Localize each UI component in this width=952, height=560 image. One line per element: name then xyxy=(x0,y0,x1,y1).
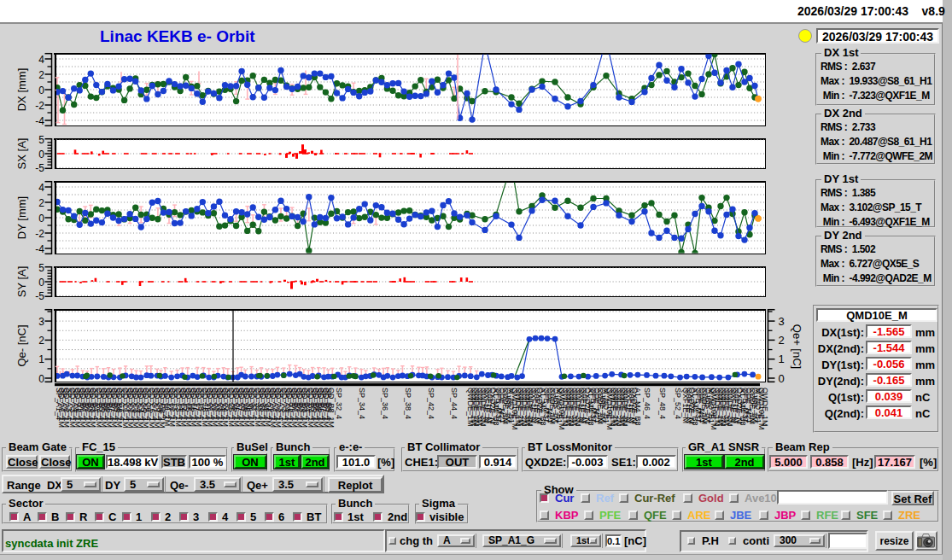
svg-text:2: 2 xyxy=(779,334,785,347)
svg-text:0: 0 xyxy=(779,372,785,385)
svg-text:SP_44_4: SP_44_4 xyxy=(450,388,458,419)
svg-text:2: 2 xyxy=(38,197,44,209)
svg-text:4: 4 xyxy=(38,182,44,194)
svg-text:QD_B8_1M: QD_B8_1M xyxy=(327,388,336,428)
svg-text:0: 0 xyxy=(38,277,44,289)
svg-text:SP_32_4: SP_32_4 xyxy=(335,388,343,419)
svg-text:-4: -4 xyxy=(35,115,44,127)
svg-text:SP_38_4: SP_38_4 xyxy=(404,388,412,419)
svg-text:SP_42_4: SP_42_4 xyxy=(427,388,435,419)
svg-text:5: 5 xyxy=(38,134,44,146)
svg-text:DY [mm]: DY [mm] xyxy=(15,196,28,239)
svg-text:3: 3 xyxy=(38,316,44,328)
svg-text:4: 4 xyxy=(38,54,44,66)
svg-text:SP_36_4: SP_36_4 xyxy=(381,388,389,419)
svg-text:SP_52_4: SP_52_4 xyxy=(674,388,682,419)
svg-text:0: 0 xyxy=(38,85,44,96)
svg-text:0: 0 xyxy=(38,373,44,385)
svg-text:2: 2 xyxy=(38,335,44,347)
svg-text:SP_46_4: SP_46_4 xyxy=(643,388,651,419)
svg-text:0: 0 xyxy=(38,213,44,225)
svg-text:SY [A]: SY [A] xyxy=(15,266,28,298)
svg-text:0: 0 xyxy=(38,149,44,160)
svg-text:5: 5 xyxy=(38,262,44,274)
svg-text:SP_48_4: SP_48_4 xyxy=(658,388,667,419)
svg-text:-5: -5 xyxy=(35,290,44,302)
svg-text:A1_M4_B8: A1_M4_B8 xyxy=(634,388,642,426)
svg-text:SX [A]: SX [A] xyxy=(15,138,28,170)
svg-text:-5: -5 xyxy=(35,162,44,174)
svg-text:-4: -4 xyxy=(35,243,44,255)
svg-text:DX [mm]: DX [mm] xyxy=(15,68,28,112)
svg-text:-2: -2 xyxy=(35,228,44,240)
svg-text:2: 2 xyxy=(38,69,44,81)
svg-text:Qe- [nC]: Qe- [nC] xyxy=(15,324,28,366)
svg-text:Qe+ [nC]: Qe+ [nC] xyxy=(791,324,803,369)
svg-text:1: 1 xyxy=(38,353,44,365)
svg-text:QWDE_1M: QWDE_1M xyxy=(761,388,769,427)
svg-text:-2: -2 xyxy=(35,100,44,112)
svg-text:SP_34_4: SP_34_4 xyxy=(358,388,366,419)
svg-text:3: 3 xyxy=(779,315,785,328)
svg-text:1: 1 xyxy=(779,353,785,365)
